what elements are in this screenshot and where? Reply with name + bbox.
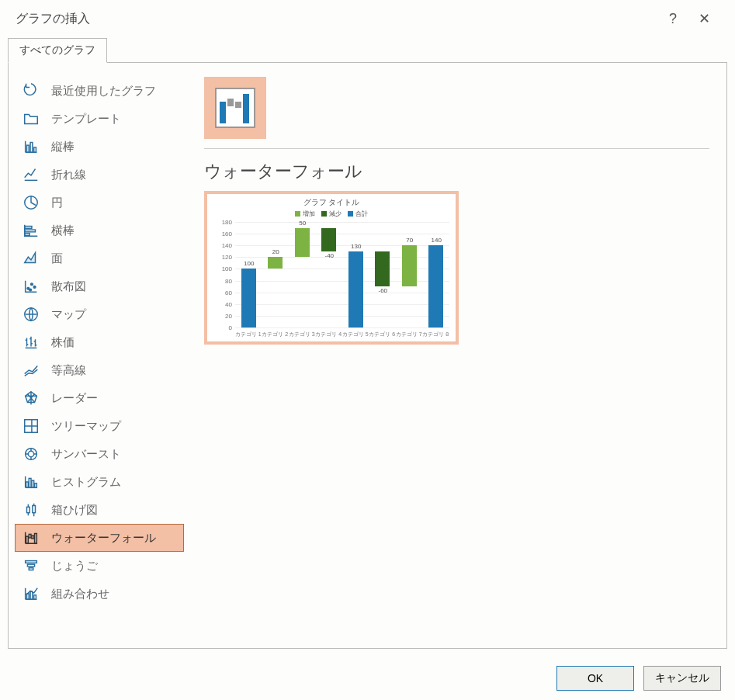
- sidebar-item-scatter[interactable]: 散布図: [15, 272, 184, 300]
- section-divider: [204, 148, 709, 149]
- sidebar-item-map[interactable]: マップ: [15, 300, 184, 328]
- sidebar-item-area[interactable]: 面: [15, 244, 184, 272]
- svg-point-8: [31, 283, 33, 286]
- sidebar-item-label: 散布図: [51, 279, 86, 294]
- plot-area: 020406080100120140160180100カテゴリ 120カテゴリ …: [235, 222, 449, 327]
- svg-rect-21: [26, 536, 29, 543]
- combo-chart-icon: [22, 584, 40, 603]
- sidebar-item-label: サンバースト: [51, 447, 121, 462]
- sidebar-item-treemap[interactable]: ツリーマップ: [15, 412, 184, 440]
- sidebar-item-surface[interactable]: 等高線: [15, 356, 184, 384]
- svg-rect-35: [243, 94, 249, 123]
- sidebar-item-boxwhisker[interactable]: 箱ひげ図: [15, 496, 184, 524]
- svg-rect-34: [235, 102, 241, 108]
- column-chart-icon: [22, 137, 40, 156]
- chart-type-name: ウォーターフォール: [204, 160, 709, 183]
- waterfall-subtype-icon: [212, 85, 258, 131]
- svg-rect-22: [29, 534, 31, 538]
- boxplot-icon: [22, 501, 40, 519]
- svg-rect-20: [33, 506, 36, 513]
- chart-subtype-row: [204, 77, 709, 139]
- sidebar-item-label: 株価: [51, 335, 75, 350]
- svg-rect-17: [32, 480, 34, 487]
- svg-rect-4: [25, 227, 32, 229]
- sidebar-item-label: 箱ひげ図: [51, 503, 98, 518]
- radar-chart-icon: [22, 389, 40, 407]
- svg-rect-25: [26, 561, 37, 563]
- sidebar-item-pie[interactable]: 円: [15, 189, 184, 217]
- bar-chart-icon: [22, 221, 40, 240]
- cancel-button[interactable]: キャンセル: [643, 666, 721, 691]
- surface-chart-icon: [22, 361, 40, 379]
- sidebar-item-label: テンプレート: [51, 112, 121, 126]
- sidebar-item-radar[interactable]: レーダー: [15, 384, 184, 412]
- sidebar-item-label: 横棒: [51, 224, 75, 238]
- svg-rect-32: [220, 102, 226, 123]
- preview-title: グラフ タイトル: [207, 194, 456, 208]
- chart-type-sidebar: 最近使用したグラフ テンプレート 縦棒 折れ線 円 横棒 面 散布図 マップ 株…: [9, 63, 187, 648]
- titlebar: グラフの挿入 ? ✕: [0, 0, 735, 37]
- dialog-title: グラフの挿入: [16, 11, 90, 27]
- svg-rect-27: [29, 568, 33, 570]
- svg-rect-2: [34, 147, 36, 152]
- treemap-icon: [22, 417, 40, 435]
- main-panel: ウォーターフォール グラフ タイトル 増加 減少 合計 020406080100…: [187, 63, 726, 648]
- sidebar-item-label: ウォーターフォール: [51, 531, 156, 546]
- sidebar-item-sunburst[interactable]: サンバースト: [15, 440, 184, 468]
- content-frame: 最近使用したグラフ テンプレート 縦棒 折れ線 円 横棒 面 散布図 マップ 株…: [8, 62, 727, 649]
- svg-rect-16: [29, 478, 31, 487]
- sidebar-item-label: 折れ線: [51, 168, 86, 182]
- svg-rect-0: [27, 145, 29, 152]
- sidebar-item-column[interactable]: 縦棒: [15, 133, 184, 161]
- svg-rect-15: [26, 482, 29, 487]
- dialog-footer: OK キャンセル: [0, 657, 735, 700]
- map-icon: [22, 305, 40, 324]
- svg-rect-1: [30, 143, 33, 153]
- sidebar-item-funnel[interactable]: じょうご: [15, 552, 184, 580]
- sidebar-item-waterfall[interactable]: ウォーターフォール: [15, 524, 184, 552]
- pie-chart-icon: [22, 193, 40, 212]
- svg-rect-33: [227, 99, 234, 106]
- stock-chart-icon: [22, 333, 40, 352]
- line-chart-icon: [22, 165, 40, 184]
- legend-increase: 増加: [295, 210, 315, 218]
- waterfall-icon: [22, 528, 40, 547]
- sidebar-item-label: ヒストグラム: [51, 475, 121, 490]
- sidebar-item-line[interactable]: 折れ線: [15, 161, 184, 189]
- legend-total: 合計: [348, 210, 368, 218]
- sidebar-item-template[interactable]: テンプレート: [15, 105, 184, 133]
- svg-point-9: [33, 286, 36, 289]
- sidebar-item-label: 縦棒: [51, 140, 75, 154]
- recent-icon: [22, 81, 40, 100]
- sidebar-item-label: レーダー: [51, 391, 98, 406]
- svg-rect-6: [25, 234, 29, 236]
- sunburst-icon: [22, 445, 40, 463]
- sidebar-item-label: 円: [51, 196, 63, 210]
- svg-point-13: [28, 451, 33, 456]
- svg-point-10: [29, 289, 32, 291]
- scatter-chart-icon: [22, 277, 40, 296]
- area-chart-icon: [22, 249, 40, 268]
- ok-button[interactable]: OK: [556, 666, 634, 691]
- sidebar-item-bar[interactable]: 横棒: [15, 217, 184, 244]
- sidebar-item-histogram[interactable]: ヒストグラム: [15, 468, 184, 496]
- sidebar-item-label: じょうご: [51, 559, 98, 574]
- funnel-icon: [22, 556, 40, 575]
- tab-bar: すべてのグラフ: [0, 37, 735, 62]
- help-button[interactable]: ?: [657, 11, 688, 27]
- insert-chart-dialog: グラフの挿入 ? ✕ すべてのグラフ 最近使用したグラフ テンプレート 縦棒 折…: [0, 0, 735, 700]
- svg-rect-18: [35, 483, 37, 488]
- svg-rect-30: [34, 595, 36, 600]
- sidebar-item-recent[interactable]: 最近使用したグラフ: [15, 77, 184, 105]
- svg-rect-24: [35, 534, 37, 544]
- subtype-waterfall-button[interactable]: [204, 77, 266, 139]
- sidebar-item-stock[interactable]: 株価: [15, 328, 184, 356]
- tab-all-charts[interactable]: すべてのグラフ: [8, 38, 107, 63]
- svg-rect-26: [27, 564, 34, 567]
- sidebar-item-combo[interactable]: 組み合わせ: [15, 580, 184, 608]
- close-button[interactable]: ✕: [688, 10, 719, 27]
- sidebar-item-label: 最近使用したグラフ: [51, 84, 156, 99]
- chart-preview[interactable]: グラフ タイトル 増加 減少 合計 0204060801001201401601…: [204, 191, 459, 345]
- svg-rect-19: [27, 507, 30, 512]
- folder-icon: [22, 109, 40, 128]
